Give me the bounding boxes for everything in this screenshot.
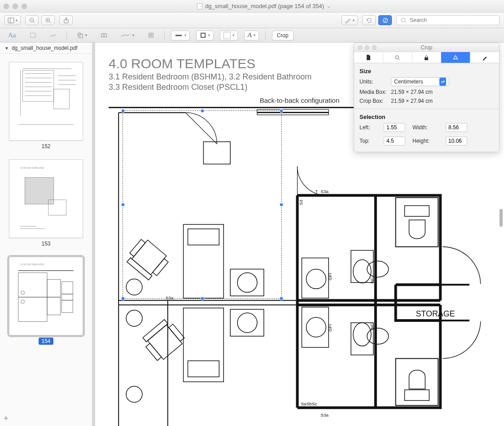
svg-line-67 xyxy=(186,113,217,144)
search-field[interactable] xyxy=(396,15,500,25)
share-button[interactable] xyxy=(59,15,73,25)
svg-point-84 xyxy=(237,272,257,292)
crop-inspector[interactable]: Crop Size Units: Centimeters▴▾ Media B xyxy=(354,43,500,152)
svg-text:NC: NC xyxy=(369,323,374,329)
search-input[interactable] xyxy=(410,17,495,23)
shapes-tool[interactable] xyxy=(73,31,91,40)
zoom-window-icon[interactable] xyxy=(22,4,27,9)
crop-box-label: Crop Box: xyxy=(359,98,391,104)
svg-rect-113 xyxy=(425,57,428,60)
svg-rect-81 xyxy=(203,142,230,164)
svg-rect-83 xyxy=(230,269,264,296)
thumbnail-sidebar[interactable]: ▼ dg_small_house_model.pdf 152 4.0 ROOM … xyxy=(0,43,92,426)
svg-rect-89 xyxy=(184,308,224,382)
markup-button[interactable] xyxy=(378,15,392,25)
svg-text:GFI: GFI xyxy=(328,324,333,332)
svg-point-70 xyxy=(306,269,326,289)
markup-toolbar: Aa A A Crop xyxy=(0,28,504,43)
sidebar-filename: dg_small_house_model.pdf xyxy=(12,45,78,51)
text-style-tool[interactable]: Aa xyxy=(4,31,20,40)
page-number-152: 152 xyxy=(0,143,92,149)
window-title: dg_small_house_model.pdf (page 154 of 35… xyxy=(205,3,324,9)
width-label: Width: xyxy=(412,124,439,131)
svg-rect-88 xyxy=(127,258,152,280)
text-tool[interactable]: A xyxy=(97,31,111,40)
svg-text:SaSbSc: SaSbSc xyxy=(301,401,317,406)
close-window-icon[interactable] xyxy=(4,4,9,9)
top-input[interactable] xyxy=(384,136,405,145)
svg-point-93 xyxy=(237,313,257,333)
border-color-tool[interactable] xyxy=(196,31,214,40)
sidebar-toggle-button[interactable]: ▾ xyxy=(4,15,21,25)
selection-heading: Selection xyxy=(359,114,494,120)
width-input[interactable] xyxy=(446,123,467,132)
svg-rect-95 xyxy=(146,343,162,360)
units-select[interactable]: Centimeters▴▾ xyxy=(391,77,449,86)
svg-rect-79 xyxy=(184,224,224,298)
title-chevron-icon[interactable]: ⌄ xyxy=(327,4,330,9)
scrollbar-thumb[interactable] xyxy=(500,209,503,227)
fill-color-tool[interactable] xyxy=(220,31,238,40)
sketch-tool[interactable] xyxy=(46,31,60,40)
left-input[interactable] xyxy=(384,123,405,132)
units-label: Units: xyxy=(359,79,391,85)
svg-text:S3a: S3a xyxy=(166,295,174,300)
traffic-lights xyxy=(4,4,27,9)
window-titlebar: dg_small_house_model.pdf (page 154 of 35… xyxy=(0,0,504,13)
svg-point-73 xyxy=(367,261,389,277)
media-box-label: Media Box: xyxy=(359,89,391,95)
sidebar-file-header[interactable]: ▼ dg_small_house_model.pdf xyxy=(0,43,92,54)
inspector-close-icon[interactable] xyxy=(358,45,362,50)
sign-tool[interactable] xyxy=(117,31,138,40)
zoom-out-button[interactable] xyxy=(25,15,39,25)
svg-rect-92 xyxy=(230,309,264,336)
inspector-tab-search[interactable] xyxy=(383,52,412,63)
svg-rect-48 xyxy=(47,279,61,297)
floorplan: STORAGE T S3a S3 GFI NC S3a GFI NC SaSbS… xyxy=(109,107,491,426)
svg-line-112 xyxy=(399,58,400,60)
select-arrows-icon: ▴▾ xyxy=(439,78,446,86)
left-label: Left: xyxy=(359,124,377,131)
svg-text:NC: NC xyxy=(369,277,374,283)
highlight-button[interactable]: ▾ xyxy=(342,15,358,25)
rect-select-tool[interactable] xyxy=(26,31,40,40)
inspector-tab-document[interactable] xyxy=(354,52,383,63)
units-value: Centimeters xyxy=(394,79,423,85)
svg-text:GFI: GFI xyxy=(328,273,333,281)
zoom-in-button[interactable] xyxy=(41,15,55,25)
media-box-value: 21.59 × 27.94 cm xyxy=(391,89,433,95)
page-number-153: 153 xyxy=(0,241,92,247)
svg-rect-46 xyxy=(18,273,47,297)
svg-point-72 xyxy=(353,260,371,283)
svg-rect-85 xyxy=(132,240,167,275)
inspector-min-icon[interactable] xyxy=(365,45,369,50)
note-tool[interactable] xyxy=(144,31,158,40)
page-thumbnail-153[interactable]: 4.0 ROOM TEMPLATES xyxy=(9,159,83,238)
svg-point-54 xyxy=(21,300,25,303)
inspector-tab-lock[interactable] xyxy=(412,52,442,63)
page-thumbnail-154[interactable]: 4.0 ROOM TEMPLATES xyxy=(9,257,83,335)
crop-button[interactable]: Crop xyxy=(272,31,294,40)
rotate-button[interactable] xyxy=(362,15,376,25)
border-style-tool[interactable] xyxy=(171,31,190,40)
top-label: Top: xyxy=(359,138,377,144)
svg-point-82 xyxy=(126,279,142,295)
document-area[interactable]: 4.0 ROOM TEMPLATES 3.1 Resident Bedroom … xyxy=(95,43,504,426)
minimize-window-icon[interactable] xyxy=(13,4,18,9)
document-icon xyxy=(197,3,202,9)
inspector-zoom-icon[interactable] xyxy=(372,45,377,50)
svg-rect-90 xyxy=(188,361,219,377)
page-thumbnail-152[interactable] xyxy=(9,62,83,141)
main-toolbar: ▾ ▾ xyxy=(0,13,504,28)
inspector-tab-edit[interactable] xyxy=(470,52,499,63)
disclosure-triangle-icon[interactable]: ▼ xyxy=(4,46,9,51)
add-page-button[interactable]: + xyxy=(4,414,9,423)
svg-point-98 xyxy=(126,386,142,402)
svg-rect-49 xyxy=(47,297,61,315)
svg-rect-25 xyxy=(23,70,54,101)
svg-text:S3: S3 xyxy=(298,199,303,205)
inspector-tab-crop[interactable] xyxy=(441,52,470,63)
height-input[interactable] xyxy=(446,136,467,145)
svg-rect-26 xyxy=(54,89,70,109)
font-tool[interactable]: A xyxy=(244,31,259,40)
